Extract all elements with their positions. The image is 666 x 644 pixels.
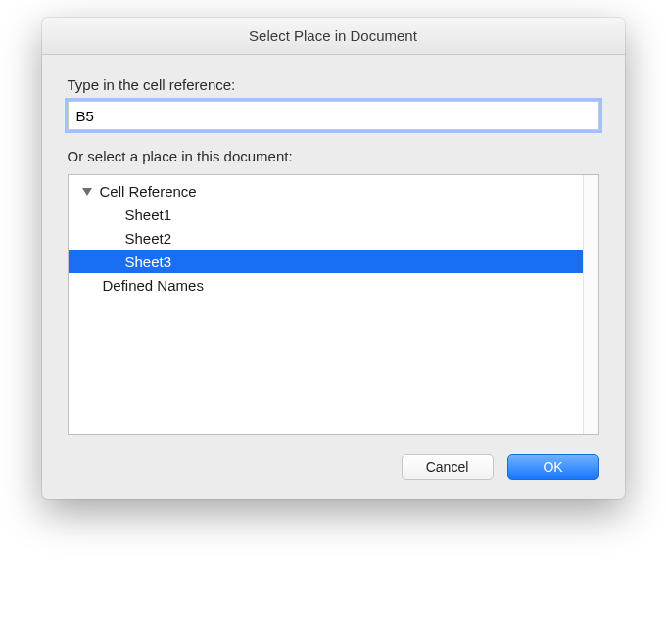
- dialog-content: Type in the cell reference: Or select a …: [42, 55, 625, 499]
- tree-item-label: Sheet3: [125, 253, 172, 270]
- or-select-label: Or select a place in this document:: [68, 148, 599, 164]
- disclosure-triangle-icon[interactable]: [82, 188, 92, 196]
- ok-button[interactable]: OK: [507, 454, 599, 480]
- cancel-button[interactable]: Cancel: [402, 454, 494, 480]
- tree-item-sheet2[interactable]: Sheet2: [69, 226, 583, 250]
- scrollbar-vertical[interactable]: [583, 175, 598, 434]
- tree-group-label: Cell Reference: [100, 183, 197, 200]
- cell-reference-label: Type in the cell reference:: [68, 76, 599, 93]
- button-row: Cancel OK: [68, 454, 599, 480]
- dialog-title: Select Place in Document: [249, 27, 417, 44]
- ok-button-label: OK: [543, 459, 562, 475]
- tree-item-label: Sheet1: [125, 207, 172, 223]
- tree-body: Cell Reference Sheet1 Sheet2 Sheet3 Defi…: [69, 175, 583, 434]
- tree-item-sheet1[interactable]: Sheet1: [69, 203, 583, 226]
- tree-item-sheet3[interactable]: Sheet3: [69, 250, 583, 273]
- tree-item-label: Sheet2: [125, 230, 172, 247]
- select-place-dialog: Select Place in Document Type in the cel…: [42, 18, 625, 499]
- cell-reference-input[interactable]: [68, 101, 599, 130]
- tree-group-defined-names[interactable]: Defined Names: [69, 273, 583, 297]
- tree-group-label: Defined Names: [103, 277, 204, 294]
- titlebar: Select Place in Document: [42, 18, 625, 55]
- tree-group-cell-reference[interactable]: Cell Reference: [69, 179, 583, 203]
- cancel-button-label: Cancel: [426, 459, 469, 475]
- place-tree: Cell Reference Sheet1 Sheet2 Sheet3 Defi…: [68, 174, 599, 435]
